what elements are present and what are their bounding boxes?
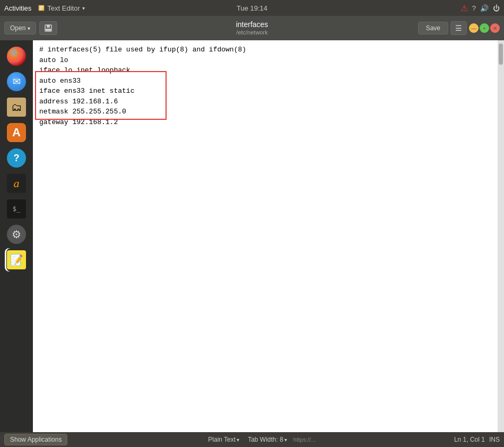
scrollbar-thumb[interactable] (499, 43, 503, 65)
app-menu[interactable]: Text Editor ▾ (38, 4, 84, 12)
top-bar: Activities Text Editor ▾ Tue 19:14 ⚠ ? 🔊… (0, 0, 504, 16)
save-button[interactable]: Save (418, 22, 448, 34)
tab-width-selector[interactable]: Tab Width: 8 ▾ (246, 435, 289, 444)
minimize-button[interactable]: — (469, 23, 479, 33)
open-button[interactable]: Open ▾ (4, 22, 36, 34)
encoding-url: https://... (293, 436, 316, 443)
help-icon: ? (472, 4, 476, 12)
svg-rect-6 (46, 29, 51, 31)
tab-width-chevron: ▾ (284, 437, 287, 443)
save-copy-icon (44, 24, 53, 32)
close-button[interactable]: ✕ (490, 23, 500, 33)
sidebar-item-thunderbird[interactable]: ✉ (5, 70, 28, 93)
main-layout: ✉ 🗂 A ? a $_ ⚙ 📝 # interfaces(5) (0, 40, 504, 432)
scrollbar-track[interactable] (498, 40, 504, 432)
clock: Tue 19:14 (237, 4, 267, 12)
svg-rect-5 (47, 25, 50, 28)
maximize-button[interactable]: + (480, 23, 489, 33)
show-applications-button[interactable]: Show Applications (4, 434, 67, 445)
warning-icon: ⚠ (460, 3, 468, 13)
sidebar-item-appstore[interactable]: A (5, 121, 28, 144)
sidebar-item-amazon[interactable]: a (5, 172, 28, 195)
sidebar-item-help[interactable]: ? (5, 146, 28, 170)
open-chevron: ▾ (28, 25, 30, 31)
sidebar-item-settings[interactable]: ⚙ (5, 223, 28, 246)
editor-content[interactable]: # interfaces(5) file used by ifup(8) and… (33, 40, 498, 132)
sidebar-item-firefox[interactable] (5, 45, 28, 68)
editor-area[interactable]: # interfaces(5) file used by ifup(8) and… (33, 40, 498, 432)
status-bar: Show Applications Plain Text ▾ Tab Width… (0, 432, 504, 447)
insert-mode: INS (489, 436, 500, 443)
toolbar: Open ▾ interfaces /etc/network Save ☰ — … (0, 16, 504, 40)
document-title: interfaces /etc/network (236, 20, 268, 36)
app-menu-chevron: ▾ (82, 5, 85, 11)
save-as-button[interactable] (39, 21, 57, 35)
window-controls: — + ✕ (469, 23, 500, 33)
plain-text-chevron: ▾ (237, 437, 239, 443)
cursor-position: Ln 1, Col 1 (454, 436, 485, 443)
sidebar-item-texteditor[interactable]: 📝 (5, 248, 28, 271)
sidebar-item-terminal[interactable]: $_ (5, 197, 28, 221)
sound-icon: 🔊 (480, 4, 489, 12)
plain-text-selector[interactable]: Plain Text ▾ (206, 435, 241, 444)
power-icon[interactable]: ⏻ (493, 4, 500, 12)
sidebar-item-files[interactable]: 🗂 (5, 95, 28, 119)
text-editor-icon (38, 4, 45, 12)
sidebar: ✉ 🗂 A ? a $_ ⚙ 📝 (0, 40, 33, 432)
hamburger-menu-button[interactable]: ☰ (450, 21, 467, 35)
activities-button[interactable]: Activities (4, 4, 31, 12)
